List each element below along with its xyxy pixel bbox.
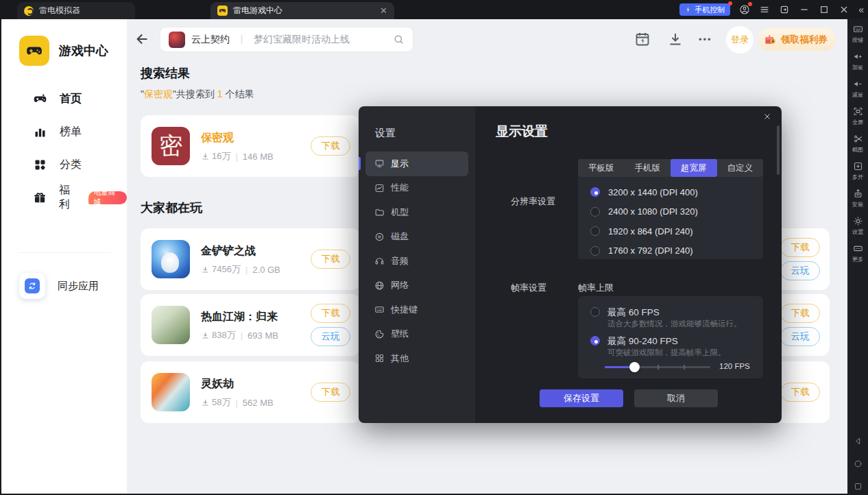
download-count-icon (201, 265, 210, 274)
resolution-tab-平板版[interactable]: 平板版 (578, 159, 625, 177)
settings-nav-网络[interactable]: 网络 (365, 274, 468, 298)
maximize-icon[interactable] (819, 4, 830, 15)
slider-tick (658, 365, 659, 370)
download-manager-icon[interactable] (667, 31, 684, 47)
toolbar-more-label: 更多 (852, 256, 864, 264)
fps-slider[interactable] (605, 366, 710, 368)
phone-control-button[interactable]: 手机控制 (679, 3, 730, 16)
keymap-icon (853, 24, 863, 34)
search-input[interactable]: 云上契约 丨 梦幻宝藏限时活动上线 (160, 27, 413, 52)
close-dialog-icon[interactable] (761, 110, 773, 123)
window-switch-icon[interactable] (779, 4, 790, 15)
back-button[interactable] (135, 32, 150, 47)
resolution-tab-自定义[interactable]: 自定义 (717, 159, 764, 177)
settings-nav-其他[interactable]: 其他 (365, 346, 468, 371)
toolbar-install-apk[interactable]: 安装 (847, 189, 868, 216)
resolution-tab-超宽屏[interactable]: 超宽屏 (671, 159, 717, 177)
toolbar-screenshot[interactable]: 截图 (847, 134, 868, 161)
radio-button[interactable] (590, 226, 600, 236)
collapse-toolbar-icon[interactable]: « (858, 5, 864, 14)
minimize-icon[interactable] (799, 4, 810, 15)
radio-button[interactable] (590, 246, 600, 256)
download-button[interactable]: 下载 (311, 383, 350, 402)
dialog-scrollbar[interactable] (777, 125, 780, 175)
other-icon (374, 353, 385, 363)
cancel-button[interactable]: 取消 (634, 389, 718, 407)
toolbar-keymapping[interactable]: 按键 (847, 24, 868, 51)
fullscreen-icon (853, 106, 863, 117)
download-button[interactable]: 下载 (311, 304, 350, 323)
tab-game-center[interactable]: 雷电游戏中心 ✕ (210, 2, 394, 19)
toolbar-fullscreen-label: 全屏 (852, 119, 864, 127)
sidebar-item-福利[interactable]: 福利电量商城 (1, 181, 127, 214)
toolbar-fullscreen[interactable]: 全屏 (847, 106, 868, 134)
settings-nav-性能[interactable]: 性能 (365, 176, 468, 201)
save-settings-button[interactable]: 保存设置 (540, 389, 623, 407)
radio-button[interactable] (590, 307, 600, 317)
login-button[interactable]: 登录 (726, 26, 754, 53)
resolution-option[interactable]: 1760 x 792 (DPI 240) (578, 241, 763, 261)
download-button[interactable]: 下载 (780, 383, 820, 402)
game-name[interactable]: 金铲铲之战 (201, 244, 256, 258)
tab-emulator[interactable]: 雷电模拟器 (17, 2, 135, 19)
settings-nav-音频[interactable]: 音频 (365, 249, 468, 274)
resolution-option-label: 1920 x 864 (DPI 240) (608, 226, 693, 237)
game-name[interactable]: 灵妖劫 (201, 377, 234, 391)
radio-button[interactable] (590, 207, 600, 217)
calendar-signin-icon[interactable] (634, 31, 651, 47)
framerate-option-desc: 适合大多数情况，游戏能够流畅运行。 (607, 319, 742, 329)
toolbar-multi-instance-label: 多开 (852, 173, 864, 182)
settings-nav-显示[interactable]: 显示 (365, 152, 468, 176)
cloud-play-button[interactable]: 云玩 (311, 327, 350, 346)
settings-dialog: 设置 显示性能机型磁盘音频网络快捷键壁纸其他 显示设置 分辨率设置 平板版手机版… (359, 106, 782, 423)
settings-nav-壁纸[interactable]: 壁纸 (365, 322, 468, 347)
android-back[interactable] (854, 437, 863, 446)
more-options-icon[interactable]: ••• (699, 34, 712, 45)
toolbar-multi-instance[interactable]: 多开 (847, 161, 868, 189)
sidebar-item-sync-apps[interactable]: 同步应用 (19, 273, 99, 299)
account-icon[interactable] (739, 4, 750, 15)
game-name[interactable]: 热血江湖：归来 (201, 310, 278, 324)
resolution-option[interactable]: 1920 x 864 (DPI 240) (578, 221, 763, 241)
search-divider: 丨 (237, 34, 246, 46)
volume-down-icon (853, 79, 863, 89)
framerate-options: 120 FPS 最高 60 FPS适合大多数情况，游戏能够流畅运行。最高 90-… (578, 296, 763, 378)
fps-slider-thumb[interactable] (629, 362, 640, 372)
toolbar-volume-up[interactable]: 加量 (847, 51, 868, 79)
resolution-option[interactable]: 2400 x 1080 (DPI 320) (578, 202, 763, 222)
close-window-icon[interactable] (839, 4, 849, 15)
settings-nav-快捷键[interactable]: 快捷键 (365, 298, 468, 322)
resolution-option[interactable]: 3200 x 1440 (DPI 400) (578, 182, 763, 202)
resolution-option-label: 3200 x 1440 (DPI 400) (608, 187, 698, 197)
game-name[interactable]: 保密观 (201, 131, 234, 145)
close-tab-icon[interactable]: ✕ (380, 6, 387, 15)
lightning-icon (685, 5, 692, 14)
resolution-tab-手机版[interactable]: 手机版 (625, 159, 671, 177)
search-icon[interactable] (393, 34, 405, 45)
game-icon: 密 (152, 127, 190, 165)
toolbar-more[interactable]: 更多 (847, 243, 868, 271)
download-button[interactable]: 下载 (780, 238, 820, 257)
radio-button[interactable] (590, 187, 600, 197)
cloud-play-button[interactable]: 云玩 (780, 261, 820, 280)
settings-nav-机型[interactable]: 机型 (365, 200, 468, 225)
radio-button[interactable] (590, 336, 600, 346)
android-recent[interactable] (854, 482, 863, 491)
settings-nav-磁盘[interactable]: 磁盘 (365, 225, 468, 250)
download-button[interactable]: 下载 (311, 250, 350, 269)
toolbar-settings[interactable]: 设置 (847, 216, 868, 243)
claim-coupon-button[interactable]: 领取福利券 (758, 28, 836, 51)
cloud-play-button[interactable]: 云玩 (780, 327, 820, 346)
download-button[interactable]: 下载 (311, 136, 350, 156)
power-mall-badge[interactable]: 电量商城 (88, 191, 127, 204)
menu-icon[interactable] (759, 4, 770, 15)
sidebar-item-分类[interactable]: 分类 (1, 148, 127, 181)
download-button[interactable]: 下载 (780, 304, 820, 323)
android-home[interactable] (854, 459, 863, 468)
sidebar-item-榜单[interactable]: 榜单 (1, 115, 127, 148)
sync-apps-label: 同步应用 (58, 280, 99, 293)
resolution-option-label: 1760 x 792 (DPI 240) (608, 245, 693, 256)
stat-separator: | (241, 330, 243, 341)
toolbar-volume-down[interactable]: 减量 (847, 79, 868, 106)
sidebar-item-首页[interactable]: 首页 (1, 82, 127, 115)
